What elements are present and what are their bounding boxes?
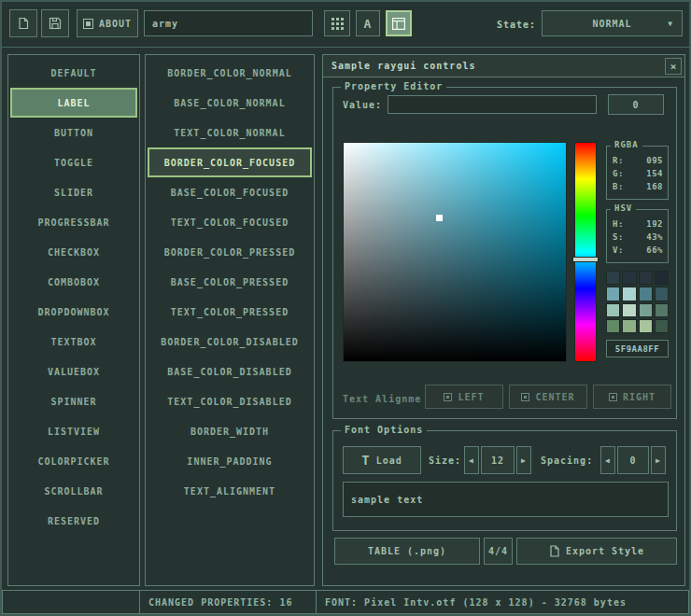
property-item[interactable]: TEXT_COLOR_FOCUSED: [146, 207, 314, 237]
spacing-value-box[interactable]: 0: [617, 446, 649, 474]
export-format-label: TABLE (.png): [368, 546, 446, 556]
property-item[interactable]: BORDER_COLOR_PRESSED: [146, 237, 314, 267]
palette-swatch[interactable]: [622, 319, 636, 333]
h-value: 192: [646, 219, 663, 229]
palette-swatch[interactable]: [606, 287, 620, 301]
hsv-row-v: V: 66%: [613, 245, 663, 255]
color-saturation-value-panel[interactable]: [343, 142, 567, 362]
palette-swatch[interactable]: [639, 303, 653, 317]
palette-swatch[interactable]: [606, 319, 620, 333]
value-input[interactable]: [388, 95, 597, 114]
palette-swatch[interactable]: [655, 287, 669, 301]
control-item[interactable]: COLORPICKER: [8, 446, 139, 476]
control-item[interactable]: SPINNER: [8, 386, 139, 416]
style-grid-button[interactable]: [324, 10, 350, 36]
control-item[interactable]: COMBOBOX: [8, 267, 139, 297]
control-item[interactable]: CHECKBOX: [8, 237, 139, 267]
g-label: G:: [613, 169, 624, 178]
font-load-button[interactable]: T Load: [343, 446, 421, 474]
align-right-icon: [609, 393, 617, 401]
spacing-increase-button[interactable]: ▶: [651, 446, 666, 474]
state-dropdown[interactable]: NORMAL ▼: [542, 10, 683, 36]
export-file-icon: [549, 545, 560, 557]
sample-text-input[interactable]: [343, 482, 669, 517]
control-item[interactable]: SLIDER: [8, 177, 139, 207]
toolbar-separator: [2, 47, 689, 48]
control-item[interactable]: DROPDOWNBOX: [8, 297, 139, 327]
property-item[interactable]: BASE_COLOR_PRESSED: [146, 267, 314, 297]
hex-value-box[interactable]: 5F9AA8FF: [606, 340, 669, 357]
rgba-rows: R: 095 G: 154 B: 168: [613, 156, 663, 191]
align-left-button[interactable]: LEFT: [425, 385, 503, 409]
palette-swatch[interactable]: [606, 271, 620, 285]
align-center-button[interactable]: CENTER: [509, 385, 587, 409]
palette-swatch[interactable]: [655, 319, 669, 333]
palette-swatch[interactable]: [655, 271, 669, 285]
size-decrease-button[interactable]: ◀: [464, 446, 479, 474]
control-item[interactable]: VALUEBOX: [8, 357, 139, 386]
b-label: B:: [613, 182, 624, 191]
control-item[interactable]: RESERVED: [8, 506, 139, 536]
control-item[interactable]: TEXTBOX: [8, 327, 139, 357]
spacing-decrease-button[interactable]: ◀: [600, 446, 615, 474]
palette-swatch[interactable]: [622, 287, 636, 301]
palette-swatch[interactable]: [655, 303, 669, 317]
new-style-button[interactable]: [9, 9, 37, 37]
r-value: 095: [646, 156, 663, 165]
property-item-selected[interactable]: BORDER_COLOR_FOCUSED: [148, 147, 312, 177]
control-item-selected[interactable]: LABEL: [10, 88, 137, 118]
value-label: Value:: [343, 100, 382, 110]
value-mode-button[interactable]: 0: [608, 94, 664, 115]
export-format-button[interactable]: TABLE (.png): [334, 538, 480, 565]
statusbar-spacer: [2, 590, 140, 614]
state-dropdown-value: NORMAL: [592, 19, 631, 29]
chevron-down-icon: ▼: [668, 20, 673, 28]
v-value: 66%: [646, 245, 663, 255]
save-floppy-icon: [49, 17, 62, 30]
font-preview-button[interactable]: A: [356, 10, 380, 36]
hue-slider[interactable]: [574, 142, 597, 362]
control-item[interactable]: PROGRESSBAR: [8, 207, 139, 237]
property-item[interactable]: TEXT_ALIGNMENT: [146, 476, 314, 506]
palette-swatch[interactable]: [622, 271, 636, 285]
controls-list-panel: DEFAULT LABEL BUTTON TOGGLE SLIDER PROGR…: [7, 54, 140, 586]
property-item[interactable]: TEXT_COLOR_DISABLED: [146, 386, 314, 416]
control-item[interactable]: SCROLLBAR: [8, 476, 139, 506]
about-button[interactable]: ABOUT: [77, 9, 138, 37]
export-style-button[interactable]: Export Style: [516, 538, 677, 565]
close-button[interactable]: ×: [665, 58, 682, 75]
palette-swatch[interactable]: [639, 287, 653, 301]
property-item[interactable]: BASE_COLOR_FOCUSED: [146, 177, 314, 207]
style-name-input[interactable]: [144, 10, 313, 36]
font-load-label: Load: [376, 455, 402, 466]
control-item[interactable]: TOGGLE: [8, 147, 139, 177]
hue-slider-handle[interactable]: [572, 257, 599, 262]
page-indicator-box[interactable]: 4/4: [484, 538, 513, 565]
property-item[interactable]: TEXT_COLOR_PRESSED: [146, 297, 314, 327]
property-item[interactable]: BORDER_WIDTH: [146, 416, 314, 446]
size-value-box[interactable]: 12: [481, 446, 515, 474]
font-info-text: FONT: Pixel Intv.otf (128 x 128) - 32768…: [325, 597, 627, 608]
size-value: 12: [491, 455, 504, 466]
save-style-button[interactable]: [41, 9, 69, 37]
table-view-button[interactable]: [386, 10, 412, 36]
palette-swatch[interactable]: [639, 319, 653, 333]
sample-window-titlebar[interactable]: Sample raygui controls: [323, 55, 684, 77]
property-item[interactable]: BORDER_COLOR_NORMAL: [146, 58, 314, 88]
property-item[interactable]: BORDER_COLOR_DISABLED: [146, 327, 314, 357]
control-item[interactable]: LISTVIEW: [8, 416, 139, 446]
size-increase-button[interactable]: ▶: [516, 446, 531, 474]
property-item[interactable]: TEXT_COLOR_NORMAL: [146, 118, 314, 147]
palette-swatch[interactable]: [639, 271, 653, 285]
color-picker-cursor[interactable]: [436, 215, 443, 221]
property-item[interactable]: BASE_COLOR_DISABLED: [146, 357, 314, 386]
control-item[interactable]: BUTTON: [8, 118, 139, 147]
close-icon: ×: [670, 61, 677, 73]
control-item[interactable]: DEFAULT: [8, 58, 139, 88]
align-right-button[interactable]: RIGHT: [593, 385, 671, 409]
rgba-row-b: B: 168: [613, 182, 663, 191]
property-item[interactable]: BASE_COLOR_NORMAL: [146, 88, 314, 118]
palette-swatch[interactable]: [606, 303, 620, 317]
palette-swatch[interactable]: [622, 303, 636, 317]
property-item[interactable]: INNER_PADDING: [146, 446, 314, 476]
